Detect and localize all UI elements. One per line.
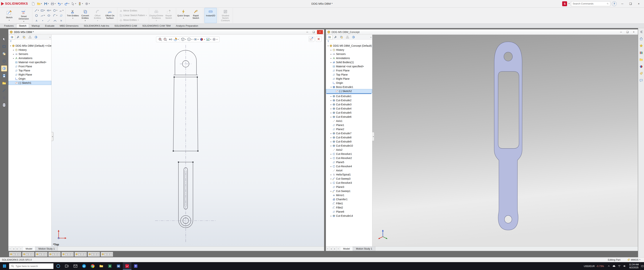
trim-entities-button[interactable]: Trim Entities▾ [67, 8, 79, 23]
expand-arrow[interactable]: ▸ [330, 178, 332, 180]
minimized-document-1[interactable]: □─× [9, 252, 21, 257]
tree-item-cut-extrude10[interactable]: ▸Cut-Extrude10 [326, 144, 372, 148]
tree-item-plane1[interactable]: Plane1 [326, 123, 372, 127]
apply-scene-button[interactable]: ▾ [206, 37, 211, 41]
options-button[interactable]: ▾ [84, 1, 90, 7]
tree-item-axis1[interactable]: Axis1 [326, 119, 372, 123]
task-pane-home[interactable] [639, 37, 644, 41]
unit-system-selector[interactable]: MMGS ▾ [627, 258, 640, 261]
tree-item-origin[interactable]: Origin [326, 81, 372, 85]
tab-scroll-button[interactable]: ◂ [12, 246, 16, 251]
help-button[interactable]: ? [612, 1, 617, 6]
instant2d-button[interactable]: Instant2D [204, 8, 217, 23]
tree-item-right-plane[interactable]: Right Plane [326, 77, 372, 81]
dock-save-button[interactable] [1, 73, 7, 79]
restore-icon[interactable]: □ [52, 253, 54, 255]
app-close-button[interactable]: × [635, 1, 643, 7]
restore-icon[interactable]: □ [78, 253, 80, 255]
close-icon[interactable]: × [110, 253, 112, 255]
equation-driven-curve-button[interactable]: fx [58, 18, 64, 23]
rollback-bar[interactable] [326, 93, 372, 94]
window-minimize-button[interactable]: ─ [618, 30, 624, 34]
app-restore-button[interactable]: ❏ [626, 1, 635, 7]
cancel-sketch-button[interactable] [316, 36, 322, 42]
save-button[interactable]: ▾ [43, 1, 50, 7]
tree-item-cut-sweep3[interactable]: ▸Cut-Sweep3 [326, 177, 372, 181]
previous-view-button[interactable] [168, 37, 172, 41]
rebuild-button[interactable]: ▾ [77, 1, 84, 7]
tree-item-cut-extrude3[interactable]: ▸Cut-Extrude3 [326, 102, 372, 106]
maximize-icon[interactable]: ─ [55, 253, 57, 255]
tree-item-cut-extrude8[interactable]: ▸Cut-Extrude8 [326, 135, 372, 140]
expand-arrow[interactable]: ▸ [330, 157, 332, 159]
mirror-entities-button[interactable]: Mirror Entities [118, 9, 148, 13]
close-icon[interactable]: × [97, 253, 99, 255]
tree-item-mirror1[interactable]: Mirror1 [326, 193, 372, 197]
panel-tab-configurationmanager[interactable] [21, 35, 27, 39]
minimized-document-7[interactable]: □─× [88, 252, 100, 257]
task-pane-design-library[interactable] [639, 50, 644, 55]
exit-sketch-button[interactable] [309, 36, 314, 42]
minimized-document-6[interactable]: □─× [74, 252, 87, 257]
tab-scroll-button[interactable]: » [19, 246, 23, 251]
tree-item-solid-bodies-1[interactable]: ▸Solid Bodies(1) [326, 60, 372, 64]
expand-arrow[interactable]: ▸ [330, 53, 332, 55]
dock-select-button[interactable] [1, 36, 7, 42]
expand-arrow[interactable]: ▸ [330, 215, 332, 217]
task-pane-appearances-scenes[interactable] [639, 64, 644, 69]
tree-item-plane2[interactable]: Plane2 [326, 127, 372, 131]
taskbar-file-explorer[interactable] [97, 262, 106, 270]
app-minimize-button[interactable]: ─ [618, 1, 626, 7]
command-search-input[interactable] [573, 2, 606, 5]
panel-tab-featuremanager[interactable] [327, 35, 332, 39]
maximize-icon[interactable]: ─ [68, 253, 70, 255]
tree-item-front-plane[interactable]: Front Plane [8, 64, 51, 68]
tree-item-cut-extrude1[interactable]: ▸Cut-Extrude1 [326, 94, 372, 98]
task-pane-custom-properties[interactable] [639, 71, 644, 76]
tab-evaluate[interactable]: Evaluate [42, 24, 57, 28]
window-restore-button[interactable]: ❏ [310, 30, 316, 34]
shaded-sketch-contours-button[interactable]: Shaded Sketch Contours [219, 8, 232, 23]
dock-options-button[interactable] [1, 95, 7, 100]
expand-arrow[interactable]: ▸ [12, 53, 15, 55]
expand-arrow[interactable]: ▸ [330, 145, 332, 147]
section-view-button[interactable]: ▾ [173, 37, 179, 41]
panel-tab-featuremanager[interactable] [9, 35, 15, 39]
tree-filter-row[interactable] [8, 40, 51, 43]
polygon-button[interactable] [34, 13, 40, 18]
restore-icon[interactable]: □ [104, 253, 107, 255]
sketch-scene[interactable] [52, 35, 324, 246]
tab-solidworks-cam-tbm[interactable]: SOLIDWORKS CAM TBM [140, 24, 173, 28]
tree-item-ddg-m5x-dbm-default-default[interactable]: ▾DDG M5x DBM (Default) <<Default>_( [8, 44, 51, 48]
tab-sketch[interactable]: Sketch [16, 24, 29, 28]
graphics-area-left[interactable]: ▾▾▾▾▾▾▾ *Top [52, 35, 324, 246]
taskbar-mail[interactable] [71, 262, 80, 270]
tree-item-axis4[interactable]: Axis4 [326, 168, 372, 173]
tree-filter-row[interactable] [326, 40, 372, 43]
tree-item-material-not-specified[interactable]: Material <not specified> [326, 64, 372, 68]
tab-solidworks-add-ins[interactable]: SOLIDWORKS Add-Ins [81, 24, 112, 28]
expand-arrow[interactable]: ▸ [330, 49, 332, 51]
tree-item-top-plane[interactable]: Top Plane [8, 68, 51, 73]
redo-button[interactable]: ▾ [64, 1, 70, 7]
tree-item-cut-revolve3[interactable]: ▸Cut-Revolve3 [326, 181, 372, 185]
centerline-button[interactable] [46, 18, 52, 23]
repair-sketch-button[interactable]: Repair Sketch [162, 8, 175, 23]
expand-arrow[interactable]: ▸ [330, 116, 332, 118]
tree-item-ddg-m5-dbm-concept-default-defau[interactable]: ▾DDG M5 DBM_Concept (Default) <<Defau [326, 44, 372, 48]
restore-icon[interactable]: □ [26, 253, 28, 255]
task-pane-solidworks-resources[interactable] [639, 44, 644, 48]
tab-features[interactable]: Features [2, 24, 16, 28]
expand-arrow[interactable]: ▸ [330, 95, 332, 97]
tree-item-helix-spiral1[interactable]: ▸Helix/Spiral1 [326, 173, 372, 177]
tree-item-material-not-specified[interactable]: Material <not specified> [8, 60, 51, 64]
action-center-button[interactable] [641, 262, 644, 270]
tab-scroll-button[interactable]: ▸ [16, 246, 19, 251]
expand-arrow[interactable]: ▸ [330, 190, 332, 192]
tree-item-boss-extrude1[interactable]: ▾Boss-Extrude1 [326, 85, 372, 89]
corner-rectangle-button[interactable]: ▾ [40, 8, 46, 13]
window-close-button[interactable]: × [317, 30, 323, 34]
dock-configurations-button[interactable] [1, 51, 7, 57]
taskbar-chrome[interactable] [88, 262, 97, 270]
tree-item-cut-revolve4[interactable]: ▸Cut-Revolve4 [326, 164, 372, 168]
